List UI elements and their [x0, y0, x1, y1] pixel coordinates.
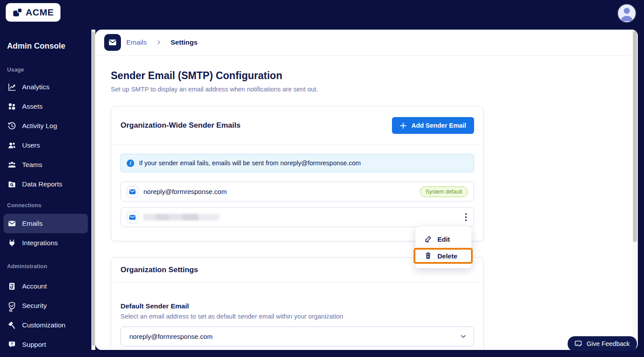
page-subtitle: Set up SMTP to display an email address …	[111, 86, 318, 93]
sidebar-item-support[interactable]: ? Support	[4, 335, 88, 354]
chevron-right-icon	[156, 40, 162, 45]
customization-icon	[8, 321, 16, 330]
trash-icon	[424, 252, 432, 260]
context-menu-delete[interactable]: Delete	[415, 247, 471, 264]
sidebar-item-label: Support	[22, 341, 46, 349]
info-banner: i If your sender email fails, emails wil…	[121, 154, 474, 172]
envelope-icon	[127, 186, 138, 197]
breadcrumb: Emails Settings	[95, 30, 632, 56]
kebab-menu-icon[interactable]	[464, 211, 468, 223]
sidebar-item-label: Analytics	[22, 83, 49, 91]
sender-card-header: Organization-Wide Sender Emails Add Send…	[111, 106, 483, 145]
main-panel: Emails Settings Sender Email (SMTP) Conf…	[95, 30, 638, 350]
acme-logo-text: ACME	[26, 7, 54, 18]
user-avatar[interactable]	[617, 4, 636, 23]
sidebar-item-label: Users	[22, 141, 40, 149]
top-bar: ACME	[0, 0, 644, 30]
account-icon: $	[8, 282, 16, 291]
avatar-person-icon	[618, 4, 636, 22]
sidebar-item-label: Data Reports	[22, 180, 62, 188]
context-menu: Edit Delete	[415, 227, 471, 268]
sidebar-scrollbar-thumb[interactable]	[92, 32, 95, 346]
default-sender-email-select[interactable]: noreply@formresponse.com	[121, 327, 474, 346]
sidebar-item-label: Security	[22, 302, 47, 310]
sender-emails-card: Organization-Wide Sender Emails Add Send…	[111, 106, 484, 241]
sender-email-address: noreply@formresponse.com	[143, 188, 227, 195]
sidebar-item-label: Assets	[22, 103, 43, 110]
breadcrumb-link-emails[interactable]: Emails	[126, 38, 147, 46]
default-sender-email-label: Default Sender Email	[121, 302, 474, 310]
plus-icon	[400, 122, 407, 129]
add-sender-email-button[interactable]: Add Sender Email	[392, 117, 474, 134]
teams-icon	[8, 160, 16, 169]
context-menu-delete-label: Delete	[437, 252, 457, 260]
sidebar-item-security[interactable]: Security	[4, 296, 88, 315]
system-default-badge: System default	[420, 186, 468, 197]
acme-logo[interactable]: ACME	[6, 3, 60, 22]
section-label-administration: Administration	[7, 263, 84, 270]
info-banner-text: If your sender email fails, emails will …	[139, 160, 361, 167]
sender-email-row-redacted	[121, 207, 474, 227]
sidebar-item-customization[interactable]: Customization	[4, 315, 88, 335]
data-reports-icon	[8, 180, 16, 189]
envelope-icon	[127, 212, 138, 223]
add-sender-email-label: Add Sender Email	[411, 122, 466, 129]
content-scrollbar-thumb[interactable]	[633, 31, 637, 242]
sidebar-item-label: Account	[22, 282, 47, 290]
section-label-usage: Usage	[7, 67, 84, 73]
sidebar-item-data-reports[interactable]: Data Reports	[4, 175, 88, 194]
feedback-icon	[575, 340, 583, 348]
emails-breadcrumb-icon	[104, 34, 121, 51]
acme-logo-icon	[12, 7, 23, 18]
analytics-icon	[8, 83, 16, 91]
sidebar-item-label: Emails	[22, 220, 43, 228]
give-feedback-button[interactable]: Give Feedback	[568, 336, 637, 351]
organization-settings-card: Organization Settings Default Sender Ema…	[111, 257, 484, 350]
context-menu-edit-label: Edit	[437, 235, 450, 243]
page-title: Sender Email (SMTP) Configuration	[111, 70, 282, 82]
sidebar-item-users[interactable]: Users	[4, 136, 88, 155]
sidebar-item-teams[interactable]: Teams	[4, 155, 88, 175]
support-icon: ?	[8, 340, 16, 349]
chevron-down-icon	[460, 333, 467, 340]
sidebar-item-analytics[interactable]: Analytics	[4, 77, 88, 97]
redacted-email-text	[143, 214, 219, 220]
context-menu-edit[interactable]: Edit	[415, 231, 471, 247]
sidebar: Admin Console Usage Analytics Assets	[0, 30, 91, 357]
svg-text:?: ?	[11, 342, 13, 346]
org-card-title: Organization Settings	[121, 266, 198, 274]
integrations-icon	[8, 239, 16, 247]
info-icon: i	[127, 160, 134, 167]
sidebar-item-label: Teams	[22, 161, 42, 169]
breadcrumb-current-settings: Settings	[171, 38, 198, 46]
select-value: noreply@formresponse.com	[129, 333, 213, 340]
sidebar-item-emails[interactable]: Emails	[4, 214, 88, 233]
activity-log-icon	[8, 122, 16, 130]
sidebar-item-assets[interactable]: Assets	[4, 97, 88, 116]
default-sender-email-description: Select an email address to set as defaul…	[121, 313, 474, 320]
sidebar-item-label: Activity Log	[22, 122, 57, 130]
sidebar-collapse-icon[interactable]: «	[9, 307, 13, 314]
give-feedback-label: Give Feedback	[587, 340, 630, 347]
edit-pencil-icon	[424, 235, 432, 243]
section-label-connections: Connections	[7, 202, 84, 209]
users-icon	[8, 141, 16, 150]
sender-card-title: Organization-Wide Sender Emails	[121, 121, 241, 130]
sidebar-item-account[interactable]: $ Account	[4, 277, 88, 296]
sidebar-item-label: Integrations	[22, 239, 58, 247]
sidebar-title: Admin Console	[7, 42, 84, 51]
assets-icon	[8, 102, 16, 111]
sidebar-item-label: Customization	[22, 321, 65, 329]
sender-email-row: noreply@formresponse.com System default	[121, 182, 474, 201]
sidebar-item-integrations[interactable]: Integrations	[4, 233, 88, 253]
sidebar-item-activity-log[interactable]: Activity Log	[4, 116, 88, 136]
emails-icon	[8, 219, 16, 228]
